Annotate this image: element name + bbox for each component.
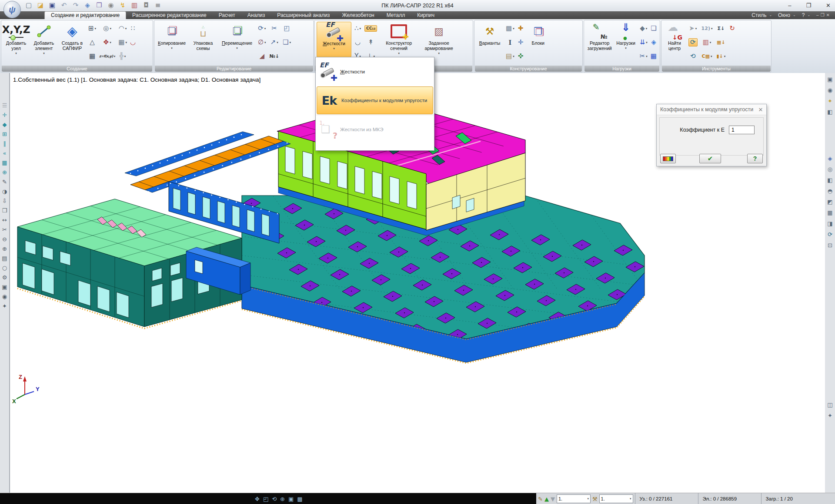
ct-zoom-icon[interactable]: ⊕ bbox=[280, 496, 285, 502]
color-scale-button[interactable] bbox=[660, 154, 676, 163]
lt-cut-icon[interactable]: ✂ bbox=[2, 227, 7, 232]
rt-cube-icon[interactable]: ◈ bbox=[828, 156, 832, 161]
mesh-grid-button[interactable]: ▦▾ bbox=[117, 36, 128, 49]
app-logo-icon[interactable]: ψ bbox=[3, 1, 21, 18]
lt-add-node-icon[interactable]: ✛ bbox=[2, 112, 7, 118]
chain-dots-button[interactable]: ∴▾ bbox=[354, 22, 362, 35]
add-node-button[interactable]: X,Y,Z Добавить узел bbox=[3, 22, 29, 65]
rt-fit-icon[interactable]: ⊡ bbox=[828, 242, 832, 248]
scatter-dots-button[interactable]: ∷ bbox=[129, 22, 137, 35]
tab-analysis[interactable]: Анализ bbox=[241, 11, 271, 19]
rt-display-icon[interactable]: ▣ bbox=[827, 76, 832, 82]
z-fxy-button[interactable]: z=f(x,y)▾ bbox=[98, 50, 116, 63]
pack-scheme-button[interactable]: ∴⊔ Упаковка схемы bbox=[189, 22, 217, 65]
add-bar-button[interactable]: ✚ bbox=[517, 22, 524, 35]
steel-ibeam-button[interactable]: I bbox=[505, 36, 515, 49]
lt-target-icon[interactable]: ⊕ bbox=[2, 169, 7, 175]
dashed-grid-button[interactable]: ╬▾ bbox=[117, 50, 128, 63]
next-loadcase-icon[interactable]: ▼ bbox=[551, 496, 555, 502]
variants-button[interactable]: ⚒ Варианты bbox=[477, 22, 503, 65]
frame-grid-button[interactable]: ⊞▾ bbox=[87, 22, 97, 35]
tab-calculation[interactable]: Расчет bbox=[213, 11, 241, 19]
scissors-button[interactable]: ✂ bbox=[269, 22, 280, 35]
histogram-button[interactable]: ▥▾ bbox=[701, 36, 714, 49]
sapphire-small-button[interactable]: ◈ bbox=[650, 36, 658, 49]
lt-move-icon[interactable]: ↔ bbox=[2, 217, 7, 223]
apply-button[interactable]: ✔ bbox=[699, 154, 721, 163]
red-refresh-button[interactable]: ↻ bbox=[728, 22, 736, 35]
close-button[interactable]: ✕ bbox=[826, 0, 831, 11]
rt-iso-icon[interactable]: ◩ bbox=[827, 199, 832, 205]
dialog-close-icon[interactable]: ✕ bbox=[755, 106, 766, 113]
tab-brick[interactable]: Кирпич bbox=[411, 11, 441, 19]
tab-reinforced-concrete[interactable]: Железобетон bbox=[336, 11, 380, 19]
tab-advanced-editing[interactable]: Расширенное редактирование bbox=[126, 11, 213, 19]
ct-box-icon[interactable]: ▣ bbox=[288, 496, 294, 502]
repeat2-button[interactable]: ⟲ bbox=[688, 50, 698, 63]
table-down-button[interactable]: ▦↓ bbox=[715, 36, 726, 49]
chop-button[interactable]: ◢ bbox=[257, 50, 267, 63]
rt-sun-icon[interactable]: ✦ bbox=[828, 98, 832, 104]
lt-grid-icon[interactable]: ▦ bbox=[2, 160, 7, 166]
lt-zoom-in-icon[interactable]: ⊕ bbox=[2, 246, 7, 252]
weight-button[interactable]: ◆▾ bbox=[639, 22, 648, 35]
lt-pause-icon[interactable]: ∥ bbox=[3, 141, 6, 146]
lt-book-icon[interactable]: ❒ bbox=[2, 208, 7, 213]
menu-item-stiffness[interactable]: EF ✚ Жесткости bbox=[316, 57, 434, 86]
count-12-button[interactable]: 12)▾ bbox=[701, 22, 714, 35]
loadcase-editor-button[interactable]: ✎ № Редактор загружений bbox=[586, 22, 613, 65]
frame-building-button[interactable]: ▦ bbox=[87, 50, 97, 63]
move-button[interactable]: ❏ Перемещение bbox=[219, 22, 255, 65]
blocks-button[interactable]: ❒ Блоки bbox=[526, 22, 550, 65]
lt-add-elem-icon[interactable]: ◆ bbox=[3, 122, 7, 127]
rt-bottom-icon[interactable]: ◫ bbox=[827, 402, 832, 408]
add-cross-button[interactable]: ✜ bbox=[517, 50, 524, 63]
rt-camera-icon[interactable]: ◉ bbox=[828, 87, 832, 93]
sum-down-button[interactable]: Σ↓ bbox=[715, 22, 726, 35]
mdi-window-controls[interactable]: –❐✕ bbox=[816, 11, 832, 19]
numbering-button[interactable]: №↓ bbox=[269, 50, 280, 63]
help-button[interactable]: ? bbox=[747, 154, 763, 163]
help-menu[interactable]: ? bbox=[802, 11, 805, 19]
lt-grip-icon[interactable]: ☰ bbox=[2, 103, 7, 108]
menu-item-elastic-modulus-coefficients[interactable]: Ek Коэффициенты к модулям упругости bbox=[317, 86, 433, 114]
lt-circle-icon[interactable]: ○ bbox=[2, 265, 7, 271]
dome-button[interactable]: ◠▾ bbox=[117, 22, 128, 35]
dist-load-button[interactable]: ⇊▾ bbox=[639, 36, 648, 49]
truss-button[interactable]: △ bbox=[87, 36, 97, 49]
variant-icon[interactable]: ⚒ bbox=[592, 496, 598, 502]
hammock-button[interactable]: ◡ bbox=[354, 36, 362, 49]
lt-prev-icon[interactable]: « bbox=[3, 150, 7, 156]
rt-wire-icon[interactable]: ▦ bbox=[827, 210, 832, 216]
cc12-button[interactable]: CC₁₂ bbox=[364, 22, 378, 35]
docs-stack-button[interactable]: ❏▾ bbox=[282, 36, 292, 49]
scale-up-button[interactable]: ↗▾ bbox=[269, 36, 280, 49]
rt-eye-icon[interactable]: ◎ bbox=[828, 166, 832, 172]
ct-select-icon[interactable]: ◰ bbox=[263, 496, 268, 502]
spring-up-button[interactable]: ↟ bbox=[364, 36, 378, 49]
lt-dot-icon[interactable]: ◉ bbox=[2, 294, 7, 299]
lt-contrast-icon[interactable]: ◑ bbox=[2, 189, 7, 194]
add-element-button[interactable]: Добавить элемент bbox=[31, 22, 57, 65]
lt-zoom-out-icon[interactable]: ⊖ bbox=[2, 236, 7, 242]
rt-shade-icon[interactable]: ◨ bbox=[827, 221, 832, 226]
copy-button[interactable]: ❏ Копирование bbox=[157, 22, 187, 65]
loads-button[interactable]: ⇓ ● Нагрузки bbox=[615, 22, 636, 65]
lt-pen-icon[interactable]: ✎ bbox=[2, 179, 7, 185]
rt-top-icon[interactable]: ◓ bbox=[828, 188, 832, 194]
prev-loadcase-icon[interactable]: ▲ bbox=[544, 496, 549, 502]
rt-rotate-icon[interactable]: ⟳ bbox=[828, 232, 832, 237]
variant-combo[interactable]: 1.▾ bbox=[599, 494, 633, 503]
pointer-button[interactable]: ➤▾ bbox=[688, 22, 698, 35]
cylinder-button[interactable]: ◎▾ bbox=[98, 22, 116, 35]
lt-star-icon[interactable]: ✦ bbox=[2, 303, 7, 309]
copy-loads-button[interactable]: ❏ bbox=[650, 22, 658, 35]
lt-down-icon[interactable]: ⇩ bbox=[2, 198, 7, 204]
coefficient-input[interactable] bbox=[729, 126, 755, 134]
ct-mesh-icon[interactable]: ▩ bbox=[297, 496, 302, 502]
rotate-copy-button[interactable]: ⟳▾ bbox=[257, 22, 267, 35]
bars-down-button[interactable]: ▮↓▾ bbox=[715, 50, 726, 63]
ct-pan-icon[interactable]: ✥ bbox=[255, 496, 260, 502]
rt-palette-icon[interactable]: ◧ bbox=[827, 109, 832, 115]
select-frame-button[interactable]: ◰ bbox=[282, 22, 292, 35]
